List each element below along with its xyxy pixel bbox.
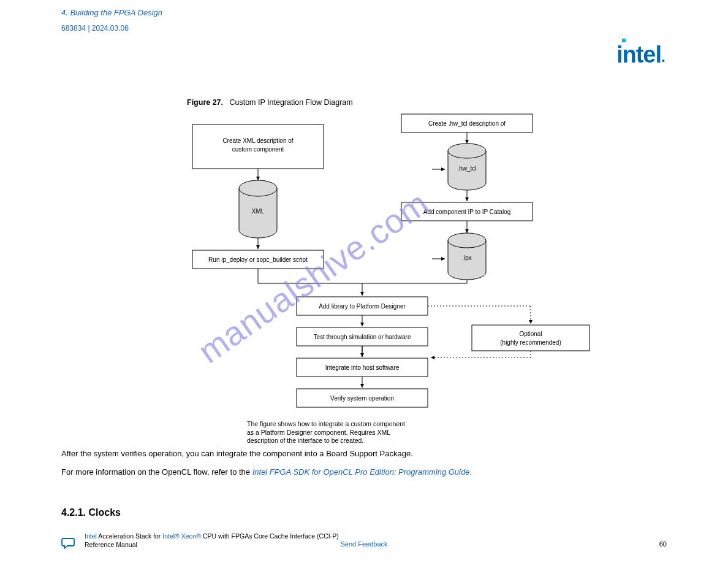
footer-left: Intel Acceleration Stack for Intel® Xeon… [85,532,339,550]
svg-point-14 [448,233,486,248]
svg-point-9 [448,144,486,158]
intel-logo: intel. [616,42,665,68]
page-number: 60 [659,540,667,548]
node-add-ip: Add component IP to IP Catalog [423,209,511,215]
node-add-library: Add library to Platform Designer [319,303,406,310]
body-text: After the system verifies operation, you… [61,448,667,484]
node-optional-l1: Optional [519,331,542,337]
body-p2: For more information on the OpenCL flow,… [61,466,667,478]
svg-rect-22 [472,325,590,351]
opencl-guide-link[interactable]: Intel FPGA SDK for OpenCL Pro Edition: P… [252,467,470,477]
svg-point-2 [239,180,277,196]
node-integrate: Integrate into host software [325,364,400,371]
figure-title: Figure 27. Custom IP Integration Flow Di… [187,98,353,107]
section-heading: 4.2.1. Clocks [61,507,121,518]
node-ipx: .ipx [462,255,472,261]
flowchart: Create XML description of custom compone… [184,110,662,429]
node-create-hwtcl-l1: Create .hw_tcl description of [428,120,506,127]
footer-send-feedback[interactable]: Send Feedback [340,540,387,548]
breadcrumb-part1[interactable]: 4. Building the FPGA Design [61,8,162,17]
node-run-script: Run ip_deploy or sopc_builder script [208,256,308,263]
breadcrumb-sub: 683834 | 2024.03.06 [61,24,129,33]
body-p1: After the system verifies operation, you… [61,448,667,460]
node-hw-tcl: .hw_tcl [457,165,476,172]
chat-icon[interactable] [61,537,76,550]
node-test-sim: Test through simulation or hardware [314,334,411,340]
node-create-xml-l2: custom component [232,146,284,153]
figure-caption: The figure shows how to integrate a cust… [247,420,412,445]
figure-title-text: Custom IP Integration Flow Diagram [229,98,352,107]
node-create-xml-l1: Create XML description of [222,137,293,144]
node-verify: Verify system operation [330,395,394,402]
node-optional-l2: (highly recommended) [500,339,561,346]
breadcrumb: 4. Building the FPGA Design [61,8,162,17]
node-xml: XML [252,208,265,215]
figure-number: Figure 27. [187,98,223,107]
